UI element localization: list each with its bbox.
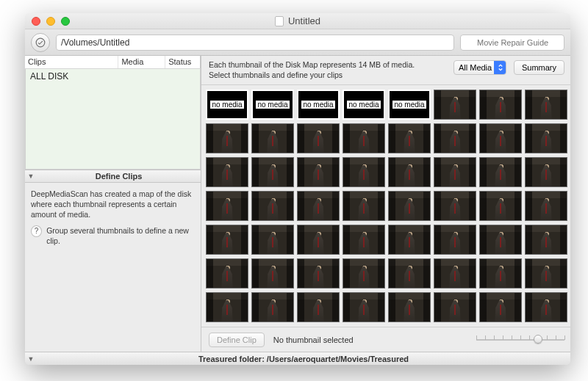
define-clips-header[interactable]: ▼ Define Clips [25,170,201,183]
thumbnail[interactable] [434,191,476,221]
thumbnail[interactable]: no media [343,90,385,120]
thumbnail[interactable] [525,292,567,322]
no-media-label: no media [347,101,380,109]
clips-row-all-disk[interactable]: ALL DISK [26,69,200,84]
hint-text: Group several thumbnails to define a new… [46,225,195,246]
thumbnail[interactable] [434,123,476,153]
thumbnail[interactable] [251,225,294,255]
thumbnail[interactable]: no media [251,90,294,120]
app-window: Untitled Clips Media Status [25,13,570,365]
thumbnail[interactable] [297,292,340,322]
thumbnail[interactable] [388,225,431,255]
thumbnail[interactable] [343,292,385,322]
zoom-window-button[interactable] [61,17,70,26]
window-title: Untitled [25,15,570,26]
close-window-button[interactable] [32,17,40,26]
thumbnail[interactable]: no media [297,90,340,120]
instruction-line1: Each thumbnail of the Disk Map represent… [209,60,446,70]
svg-point-0 [36,38,45,47]
thumbnail[interactable] [297,191,340,221]
thumbnail[interactable] [343,191,385,221]
col-media[interactable]: Media [118,56,165,68]
titlebar: Untitled [25,13,570,29]
statusbar-text: Treasured folder: /Users/aeroquartet/Mov… [37,355,570,363]
col-clips[interactable]: Clips [25,56,118,68]
thumbnail[interactable] [343,157,385,187]
thumbnail[interactable]: no media [388,90,431,120]
thumbnail[interactable] [434,157,476,187]
thumbnail[interactable] [206,123,248,153]
thumbnail[interactable] [388,258,431,289]
thumbnail[interactable] [525,191,567,221]
chevron-up-down-icon [498,63,503,72]
thumbnail[interactable] [206,225,248,255]
thumbnail[interactable] [343,123,385,153]
thumbnail[interactable] [297,157,340,187]
thumbnail[interactable] [434,258,476,289]
thumbnail[interactable] [479,90,522,120]
thumbnail[interactable] [479,123,522,153]
thumbnail[interactable] [343,258,385,289]
thumbnail-scroll[interactable]: no mediano mediano mediano mediano media [201,85,570,327]
traffic-lights [32,17,70,26]
hint-row: ? Group several thumbnails to define a n… [31,225,195,246]
search-input[interactable] [460,35,564,51]
search-wrap [460,35,564,51]
thumbnail[interactable] [388,292,431,322]
selection-status: No thumbnail selected [273,335,354,344]
thumbnail[interactable] [525,123,567,153]
col-status[interactable]: Status [165,56,201,68]
instruction-bar: Each thumbnail of the Disk Map represent… [201,56,570,85]
path-input[interactable] [56,35,454,51]
thumbnail[interactable] [434,225,476,255]
thumbnail[interactable] [434,292,476,322]
clips-column-headers: Clips Media Status [25,56,201,69]
disclosure-triangle-icon[interactable]: ▼ [25,173,37,180]
thumbnail[interactable] [479,157,522,187]
instruction-text: Each thumbnail of the Disk Map represent… [209,60,446,80]
thumbnail[interactable] [251,292,294,322]
thumbnail[interactable] [343,225,385,255]
thumbnail[interactable] [525,258,567,289]
thumbnail[interactable] [297,258,340,289]
thumbnail[interactable] [525,90,567,120]
instruction-line2: Select thumbnails and define your clips [209,70,446,81]
thumbnail[interactable] [251,123,294,153]
thumbnail[interactable] [479,258,522,289]
statusbar-disclosure-icon[interactable]: ▼ [25,355,37,363]
thumbnail[interactable]: no media [206,90,248,120]
help-icon[interactable]: ? [31,225,42,237]
thumbnail[interactable] [206,191,248,221]
thumbnail[interactable] [479,191,522,221]
slider-knob[interactable] [534,335,542,344]
scan-button[interactable] [31,33,50,52]
minimize-window-button[interactable] [46,17,55,26]
clips-list[interactable]: ALL DISK [25,69,201,170]
thumbnail[interactable] [251,191,294,221]
thumbnail[interactable] [297,123,340,153]
checkmark-icon [35,37,46,48]
thumbnail[interactable] [206,292,248,322]
no-media-label: no media [301,101,334,109]
thumbnail[interactable] [479,225,522,255]
thumbnail[interactable] [297,225,340,255]
summary-button[interactable]: Summary [514,60,564,75]
define-clip-button[interactable]: Define Clip [209,333,265,347]
thumbnail[interactable] [479,292,522,322]
thumbnail-size-slider[interactable] [476,333,564,346]
thumbnail[interactable] [206,157,248,187]
thumbnail[interactable] [525,225,567,255]
thumbnail[interactable] [525,157,567,187]
thumbnail-footer: Define Clip No thumbnail selected [201,327,570,352]
document-icon [275,16,284,26]
thumbnail[interactable] [388,123,431,153]
no-media-label: no media [210,101,243,109]
thumbnail[interactable] [388,191,431,221]
media-filter-wrap: All Media [453,60,506,75]
thumbnail[interactable] [206,258,248,289]
main-split: Clips Media Status ALL DISK ▼ Define Cli… [25,56,570,352]
thumbnail[interactable] [251,258,294,289]
thumbnail[interactable] [251,157,294,187]
thumbnail[interactable] [388,157,431,187]
thumbnail[interactable] [434,90,476,120]
